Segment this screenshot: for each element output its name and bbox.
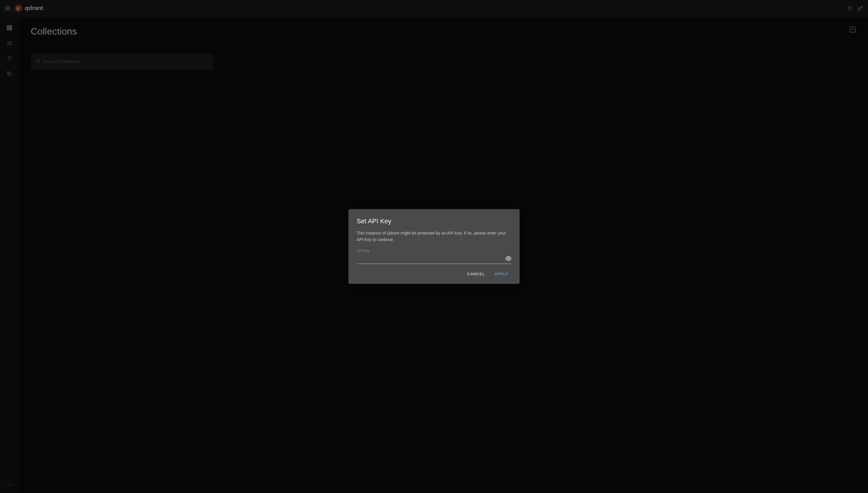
set-api-key-dialog: Set API Key This instance of Qdrant migh… (348, 209, 520, 284)
cancel-button[interactable]: CANCEL (464, 270, 488, 278)
api-key-label: API Key (357, 249, 511, 253)
api-key-input[interactable] (357, 255, 506, 262)
dialog-actions: CANCEL APPLY (357, 270, 511, 278)
api-key-input-wrapper (357, 255, 511, 264)
dialog-overlay: Set API Key This instance of Qdrant migh… (0, 0, 868, 493)
eye-icon (506, 256, 511, 261)
dialog-description: This instance of Qdrant might be protect… (357, 230, 511, 243)
dialog-title: Set API Key (357, 217, 511, 225)
toggle-visibility-button[interactable] (506, 256, 511, 261)
apply-button[interactable]: APPLY (492, 270, 511, 278)
svg-point-28 (508, 258, 509, 259)
